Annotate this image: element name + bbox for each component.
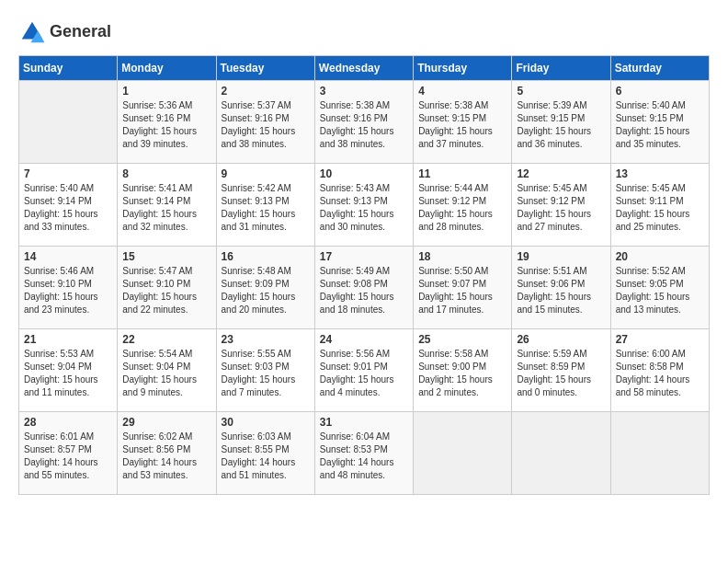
day-info: Sunrise: 5:51 AM Sunset: 9:06 PM Dayligh… <box>517 265 605 316</box>
calendar-cell: 19Sunrise: 5:51 AM Sunset: 9:06 PM Dayli… <box>512 247 610 329</box>
day-number: 27 <box>616 333 704 346</box>
day-number: 24 <box>320 333 408 346</box>
logo-text: General <box>50 22 111 42</box>
calendar-week-row: 28Sunrise: 6:01 AM Sunset: 8:57 PM Dayli… <box>19 412 710 495</box>
day-info: Sunrise: 5:37 AM Sunset: 9:16 PM Dayligh… <box>222 99 310 151</box>
calendar-cell: 30Sunrise: 6:03 AM Sunset: 8:55 PM Dayli… <box>216 412 314 495</box>
day-info: Sunrise: 5:50 AM Sunset: 9:07 PM Dayligh… <box>418 265 506 316</box>
day-number: 16 <box>222 250 310 263</box>
calendar-cell: 7Sunrise: 5:40 AM Sunset: 9:14 PM Daylig… <box>19 164 118 247</box>
calendar-table: SundayMondayTuesdayWednesdayThursdayFrid… <box>18 55 710 495</box>
calendar-cell: 8Sunrise: 5:41 AM Sunset: 9:14 PM Daylig… <box>118 164 216 247</box>
day-number: 29 <box>122 416 210 429</box>
day-info: Sunrise: 5:55 AM Sunset: 9:03 PM Dayligh… <box>222 348 310 399</box>
calendar-cell <box>19 81 118 164</box>
day-info: Sunrise: 5:52 AM Sunset: 9:05 PM Dayligh… <box>616 265 704 316</box>
calendar-cell: 22Sunrise: 5:54 AM Sunset: 9:04 PM Dayli… <box>118 329 216 412</box>
day-info: Sunrise: 6:04 AM Sunset: 8:53 PM Dayligh… <box>320 431 408 482</box>
day-info: Sunrise: 5:44 AM Sunset: 9:12 PM Dayligh… <box>418 182 506 234</box>
day-number: 8 <box>122 167 210 180</box>
day-info: Sunrise: 5:59 AM Sunset: 8:59 PM Dayligh… <box>517 348 605 399</box>
calendar-cell: 25Sunrise: 5:58 AM Sunset: 9:00 PM Dayli… <box>414 329 512 412</box>
calendar-cell: 10Sunrise: 5:43 AM Sunset: 9:13 PM Dayli… <box>314 164 413 247</box>
day-number: 15 <box>122 250 210 263</box>
day-number: 2 <box>222 85 310 98</box>
day-info: Sunrise: 5:36 AM Sunset: 9:16 PM Dayligh… <box>122 99 210 151</box>
calendar-cell: 1Sunrise: 5:36 AM Sunset: 9:16 PM Daylig… <box>118 81 216 164</box>
day-info: Sunrise: 5:39 AM Sunset: 9:15 PM Dayligh… <box>517 99 605 151</box>
day-number: 4 <box>418 85 506 98</box>
day-number: 11 <box>418 167 506 180</box>
day-info: Sunrise: 5:38 AM Sunset: 9:16 PM Dayligh… <box>320 99 408 151</box>
day-number: 30 <box>222 416 310 429</box>
day-number: 17 <box>320 250 408 263</box>
calendar-cell: 15Sunrise: 5:47 AM Sunset: 9:10 PM Dayli… <box>118 247 216 329</box>
day-number: 12 <box>517 167 605 180</box>
logo-icon <box>18 18 46 46</box>
day-info: Sunrise: 5:42 AM Sunset: 9:13 PM Dayligh… <box>222 182 310 234</box>
calendar-week-row: 14Sunrise: 5:46 AM Sunset: 9:10 PM Dayli… <box>19 247 710 329</box>
calendar-cell: 24Sunrise: 5:56 AM Sunset: 9:01 PM Dayli… <box>314 329 413 412</box>
day-info: Sunrise: 6:03 AM Sunset: 8:55 PM Dayligh… <box>222 431 310 482</box>
day-number: 7 <box>24 167 112 180</box>
day-number: 14 <box>24 250 112 263</box>
day-header-sunday: Sunday <box>19 56 118 81</box>
day-header-monday: Monday <box>118 56 216 81</box>
day-number: 1 <box>122 85 210 98</box>
calendar-cell: 14Sunrise: 5:46 AM Sunset: 9:10 PM Dayli… <box>19 247 118 329</box>
day-info: Sunrise: 5:48 AM Sunset: 9:09 PM Dayligh… <box>222 265 310 316</box>
day-header-tuesday: Tuesday <box>216 56 314 81</box>
calendar-week-row: 21Sunrise: 5:53 AM Sunset: 9:04 PM Dayli… <box>19 329 710 412</box>
calendar-cell: 21Sunrise: 5:53 AM Sunset: 9:04 PM Dayli… <box>19 329 118 412</box>
logo: General <box>18 18 111 46</box>
day-header-thursday: Thursday <box>414 56 512 81</box>
calendar-week-row: 7Sunrise: 5:40 AM Sunset: 9:14 PM Daylig… <box>19 164 710 247</box>
day-header-saturday: Saturday <box>610 56 709 81</box>
day-number: 22 <box>122 333 210 346</box>
day-header-friday: Friday <box>512 56 610 81</box>
day-number: 10 <box>320 167 408 180</box>
day-info: Sunrise: 5:45 AM Sunset: 9:11 PM Dayligh… <box>616 182 704 234</box>
calendar-cell: 20Sunrise: 5:52 AM Sunset: 9:05 PM Dayli… <box>610 247 709 329</box>
calendar-cell: 26Sunrise: 5:59 AM Sunset: 8:59 PM Dayli… <box>512 329 610 412</box>
calendar-cell: 29Sunrise: 6:02 AM Sunset: 8:56 PM Dayli… <box>118 412 216 495</box>
day-number: 25 <box>418 333 506 346</box>
day-number: 26 <box>517 333 605 346</box>
day-number: 23 <box>222 333 310 346</box>
header: General <box>18 18 710 46</box>
day-number: 3 <box>320 85 408 98</box>
day-info: Sunrise: 5:46 AM Sunset: 9:10 PM Dayligh… <box>24 265 112 316</box>
calendar-cell <box>610 412 709 495</box>
calendar-cell: 27Sunrise: 6:00 AM Sunset: 8:58 PM Dayli… <box>610 329 709 412</box>
calendar-cell: 5Sunrise: 5:39 AM Sunset: 9:15 PM Daylig… <box>512 81 610 164</box>
day-number: 31 <box>320 416 408 429</box>
day-number: 13 <box>616 167 704 180</box>
day-header-wednesday: Wednesday <box>314 56 413 81</box>
calendar-cell <box>414 412 512 495</box>
day-info: Sunrise: 5:54 AM Sunset: 9:04 PM Dayligh… <box>122 348 210 399</box>
calendar-cell: 16Sunrise: 5:48 AM Sunset: 9:09 PM Dayli… <box>216 247 314 329</box>
day-info: Sunrise: 5:40 AM Sunset: 9:15 PM Dayligh… <box>616 99 704 151</box>
day-info: Sunrise: 5:47 AM Sunset: 9:10 PM Dayligh… <box>122 265 210 316</box>
calendar-cell: 12Sunrise: 5:45 AM Sunset: 9:12 PM Dayli… <box>512 164 610 247</box>
day-number: 28 <box>24 416 112 429</box>
calendar-cell <box>512 412 610 495</box>
day-number: 19 <box>517 250 605 263</box>
day-info: Sunrise: 6:00 AM Sunset: 8:58 PM Dayligh… <box>616 348 704 399</box>
calendar-cell: 3Sunrise: 5:38 AM Sunset: 9:16 PM Daylig… <box>314 81 413 164</box>
calendar-cell: 9Sunrise: 5:42 AM Sunset: 9:13 PM Daylig… <box>216 164 314 247</box>
calendar-cell: 31Sunrise: 6:04 AM Sunset: 8:53 PM Dayli… <box>314 412 413 495</box>
calendar-cell: 17Sunrise: 5:49 AM Sunset: 9:08 PM Dayli… <box>314 247 413 329</box>
calendar-cell: 18Sunrise: 5:50 AM Sunset: 9:07 PM Dayli… <box>414 247 512 329</box>
day-info: Sunrise: 6:01 AM Sunset: 8:57 PM Dayligh… <box>24 431 112 482</box>
day-info: Sunrise: 5:41 AM Sunset: 9:14 PM Dayligh… <box>122 182 210 234</box>
calendar-cell: 28Sunrise: 6:01 AM Sunset: 8:57 PM Dayli… <box>19 412 118 495</box>
calendar-cell: 23Sunrise: 5:55 AM Sunset: 9:03 PM Dayli… <box>216 329 314 412</box>
day-info: Sunrise: 5:56 AM Sunset: 9:01 PM Dayligh… <box>320 348 408 399</box>
day-info: Sunrise: 5:40 AM Sunset: 9:14 PM Dayligh… <box>24 182 112 234</box>
day-info: Sunrise: 5:58 AM Sunset: 9:00 PM Dayligh… <box>418 348 506 399</box>
calendar-cell: 4Sunrise: 5:38 AM Sunset: 9:15 PM Daylig… <box>414 81 512 164</box>
day-info: Sunrise: 5:43 AM Sunset: 9:13 PM Dayligh… <box>320 182 408 234</box>
calendar-cell: 11Sunrise: 5:44 AM Sunset: 9:12 PM Dayli… <box>414 164 512 247</box>
day-number: 6 <box>616 85 704 98</box>
